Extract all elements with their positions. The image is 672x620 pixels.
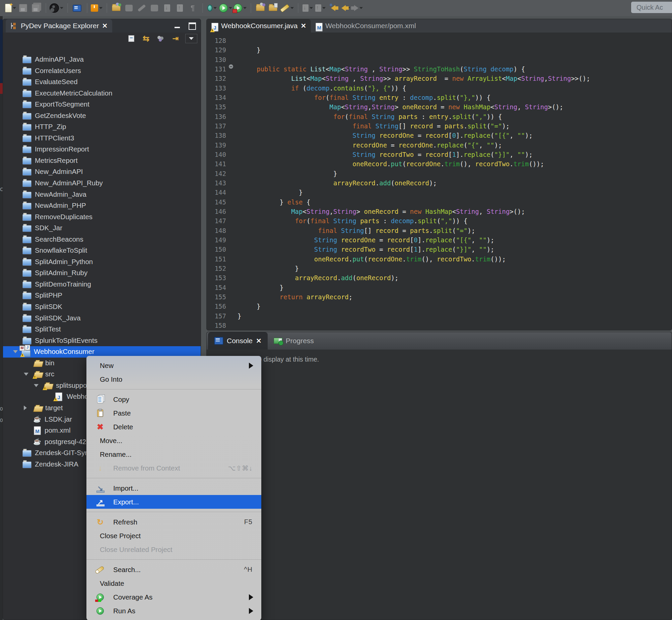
tree-item-correlateusers[interactable]: CorrelateUsers [3, 65, 201, 77]
menu-item-rename[interactable]: Rename... [87, 448, 261, 461]
tree-item-searchbeacons[interactable]: SearchBeacons [3, 234, 201, 245]
filters-button[interactable] [156, 34, 166, 43]
dropdown-caret-icon[interactable] [229, 7, 232, 9]
folder-purple-icon [256, 5, 265, 11]
tree-item-splitdemotraining[interactable]: SplitDemoTraining [3, 279, 201, 290]
tree-item-removeduplicates[interactable]: RemoveDuplicates [3, 211, 201, 223]
line-number: 138 [207, 131, 226, 140]
dropdown-caret-icon[interactable] [60, 7, 63, 9]
back-button[interactable] [340, 2, 351, 14]
tree-item-label: SplitTest [35, 325, 61, 333]
tree-item-splittest[interactable]: SplitTest [3, 324, 201, 335]
menu-item-paste[interactable]: Paste [87, 406, 261, 420]
tree-item-splunktosplitevents[interactable]: SplunkToSplitEvents [3, 335, 201, 347]
collapse-arrow-icon[interactable] [13, 350, 18, 353]
fold-marker-icon[interactable] [229, 64, 233, 69]
tab-console[interactable]: Console ✕ [208, 332, 268, 350]
menu-item-validate[interactable]: Validate [87, 576, 261, 590]
jfile-warn-icon: J [55, 393, 64, 401]
collapse-arrow-icon[interactable] [34, 384, 39, 387]
explorer-tab-bar: PyDev Package Explorer ✕ [3, 19, 201, 33]
menu-item-new[interactable]: New [87, 359, 261, 372]
dropdown-caret-icon[interactable] [359, 7, 363, 9]
tree-item-executemetriccalculation[interactable]: ExecuteMetricCalculation [3, 88, 201, 99]
pilcrow-icon: ¶ [190, 4, 194, 12]
tab-progress[interactable]: Progress [268, 332, 320, 350]
menu-item-import[interactable]: ↘Import... [87, 481, 261, 495]
open-type-button[interactable] [255, 2, 266, 14]
dropdown-caret-icon[interactable] [290, 7, 294, 9]
menu-item-close-project[interactable]: Close Project [87, 529, 261, 542]
tree-item-sdk-jar[interactable]: SDK_Jar [3, 222, 201, 234]
dropdown-caret-icon[interactable] [243, 7, 246, 9]
menu-item-coverage-as[interactable]: Coverage As [87, 590, 261, 604]
menu-item-copy[interactable]: Copy [87, 393, 261, 406]
close-explorer-tab-icon[interactable]: ✕ [102, 22, 108, 30]
tree-item-splitadmin-python[interactable]: SplitAdmin_Python [3, 256, 201, 268]
menu-item-refresh[interactable]: ↻RefreshF5 [87, 515, 261, 529]
tree-item-newadmin-php[interactable]: NewAdmin_PHP [3, 200, 201, 211]
tree-item-splitsdk[interactable]: SplitSDK [3, 301, 201, 313]
menu-separator [87, 478, 261, 478]
tree-item-new-adminapi[interactable]: New_AdminAPI [3, 166, 201, 177]
tree-item-splitsdk-java[interactable]: SplitSDK_Java [3, 313, 201, 324]
profile-button[interactable] [233, 2, 246, 14]
dropdown-caret-icon[interactable] [322, 7, 326, 9]
tree-item-snowflaketosplit[interactable]: SnowflakeToSplit [3, 245, 201, 256]
dropdown-caret-icon[interactable] [213, 7, 217, 9]
tab-webhookconsumer-java[interactable]: J WebhookConsumer.java ✕ [207, 19, 311, 33]
tree-item-http-zip[interactable]: HTTP_Zip [3, 121, 201, 133]
terminal-button[interactable] [71, 2, 83, 14]
menu-item-go-into[interactable]: Go Into [87, 372, 261, 386]
menu-item-export[interactable]: ↗Export... [87, 495, 261, 509]
tab-pydev-package-explorer[interactable]: PyDev Package Explorer ✕ [6, 19, 112, 33]
tree-item-httpclient3[interactable]: HTTPClient3 [3, 133, 201, 144]
user-profile-button[interactable] [50, 2, 63, 14]
package-build-button[interactable] [91, 2, 103, 14]
menu-item-close-unrelated-project: Close Unrelated Project [87, 542, 261, 556]
tree-item-splitadmin-ruby[interactable]: SplitAdmin_Ruby [3, 267, 201, 279]
link-with-editor-button[interactable]: ⇆ [141, 34, 151, 43]
tree-item-exporttosegment[interactable]: ExportToSegment [3, 99, 201, 110]
close-editor-tab-icon[interactable]: ✕ [300, 22, 306, 30]
quick-access-box[interactable]: Quick Ac [631, 2, 672, 13]
tree-item-splitphp[interactable]: SplitPHP [3, 290, 201, 301]
back-to-last-edit-button[interactable] [327, 2, 339, 14]
new-wizard-button[interactable] [5, 2, 16, 14]
tree-item-new-adminapi-ruby[interactable]: New_AdminAPI_Ruby [3, 177, 201, 189]
code-editor[interactable]: 128129 }130131 public static List<Map<St… [207, 33, 672, 331]
tree-item-getzendeskvote[interactable]: GetZendeskVote [3, 110, 201, 122]
tree-item-metricsreport[interactable]: MetricsReport [3, 155, 201, 166]
tab-pom-xml[interactable]: M WebhookConsumer/pom.xml [311, 19, 421, 33]
maximize-icon[interactable] [188, 22, 196, 30]
collapse-all-button[interactable] [126, 34, 136, 43]
tree-item-label: SDK_Jar [35, 224, 62, 232]
minimize-icon[interactable] [174, 27, 180, 28]
debug-button[interactable] [206, 2, 218, 14]
tree-item-label: splitsupport [56, 381, 91, 390]
run-button[interactable] [219, 2, 232, 14]
collapse-arrow-icon[interactable] [24, 373, 29, 376]
open-run-config-button[interactable] [111, 2, 122, 14]
tree-item-adminapi-java[interactable]: AdminAPI_Java [3, 54, 201, 65]
tree-item-newadmin-java[interactable]: NewAdmin_Java [3, 189, 201, 200]
code-line-152: 152 } [207, 264, 672, 273]
menu-item-move[interactable]: Move... [87, 434, 261, 448]
tree-item-evaluateseed[interactable]: EvaluateSeed [3, 76, 201, 88]
close-console-tab-icon[interactable]: ✕ [256, 337, 262, 345]
menu-item-delete[interactable]: ✖Delete [87, 420, 261, 434]
folder-icon [22, 179, 32, 187]
open-task-button[interactable] [267, 2, 279, 14]
menu-item-search[interactable]: Search...^H [87, 563, 261, 576]
menu-item-run-as[interactable]: Run As [87, 604, 261, 618]
chevron-down-icon [189, 37, 193, 40]
tree-item-label: src [45, 370, 54, 378]
doc-list-icon [177, 4, 183, 12]
tree-item-impressionreport[interactable]: ImpressionReport [3, 144, 201, 155]
dropdown-caret-icon[interactable] [310, 7, 313, 9]
view-menu-button[interactable] [185, 34, 197, 43]
focus-on-active-task-button[interactable]: ⇥ [170, 34, 180, 43]
mark-occurrences-button[interactable] [280, 2, 294, 14]
dropdown-caret-icon[interactable] [99, 7, 103, 9]
expand-arrow-icon[interactable] [24, 406, 27, 410]
